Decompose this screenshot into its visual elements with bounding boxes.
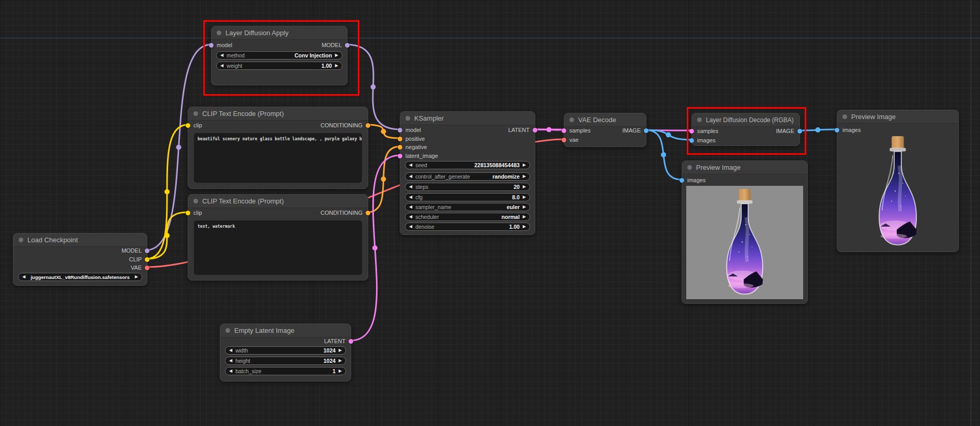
increment-icon[interactable]: ▶ [339,348,342,352]
port-dot[interactable] [366,211,370,215]
node-title-bar[interactable]: VAE Decode [564,113,646,127]
port-dot[interactable] [398,145,402,150]
decrement-icon[interactable]: ◀ [409,225,412,229]
decrement-icon[interactable]: ◀ [409,205,412,209]
widget-label: steps [415,184,428,190]
widget-ckpt-name[interactable]: ◀ juggernautXL_v8Rundiffusion.safetensor… [18,273,142,281]
node-collapse-dot[interactable] [19,238,23,242]
input-port-vae[interactable]: vae [562,136,579,144]
node-collapse-dot[interactable] [687,165,692,170]
port-dot[interactable] [562,128,566,133]
decrement-icon[interactable]: ◀ [409,185,412,189]
input-port-latent-image[interactable]: latent_image [398,152,438,160]
widget-control-after-generate[interactable]: ◀ control_after_generate randomize ▶ [405,172,530,181]
port-dot[interactable] [186,123,190,128]
decrement-icon[interactable]: ◀ [22,275,25,279]
decrement-icon[interactable]: ◀ [229,348,232,352]
preview-image-area [686,186,803,299]
port-dot[interactable] [644,128,649,133]
input-port-images[interactable]: images [835,126,861,134]
node-title-bar[interactable]: CLIP Text Encode (Prompt) [188,107,368,121]
node-title-bar[interactable]: CLIP Text Encode (Prompt) [188,195,368,208]
node-collapse-dot[interactable] [225,328,230,333]
increment-icon[interactable]: ▶ [339,359,342,363]
node-title-bar[interactable]: Preview Image [837,110,958,124]
increment-icon[interactable]: ▶ [523,195,526,199]
node-preview-image-rgb[interactable]: Preview Image images [682,160,808,304]
input-port-samples[interactable]: samples [562,126,591,135]
increment-icon[interactable]: ▶ [339,369,342,373]
increment-icon[interactable]: ▶ [523,205,526,209]
output-port-clip[interactable]: CLIP [129,255,149,263]
output-port-conditioning[interactable]: CONDITIONING [321,121,370,129]
input-port-clip[interactable]: clip [186,121,202,129]
node-vae-decode[interactable]: VAE Decode samples vae IMAGE [564,113,646,147]
port-dot[interactable] [145,248,149,253]
increment-icon[interactable]: ▶ [523,174,526,179]
decrement-icon[interactable]: ◀ [409,195,412,199]
widget-batch-size[interactable]: ◀ batch_size 1 ▶ [225,367,346,375]
node-title-bar[interactable]: Preview Image [682,161,807,174]
increment-icon[interactable]: ▶ [135,275,138,279]
input-port-model[interactable]: model [398,126,421,134]
node-title-bar[interactable]: KSampler [400,112,535,125]
node-clip-text-encode-positive[interactable]: CLIP Text Encode (Prompt) clip CONDITION… [188,107,368,189]
node-load-checkpoint[interactable]: Load Checkpoint MODEL CLIP VAE ◀ juggern… [13,233,147,286]
node-empty-latent-image[interactable]: Empty Latent Image LATENT ◀ width 1024 ▶… [220,324,351,381]
node-collapse-dot[interactable] [569,117,574,122]
port-dot[interactable] [145,266,149,270]
node-collapse-dot[interactable] [405,116,410,121]
port-dot[interactable] [398,128,402,133]
output-port-image[interactable]: IMAGE [623,126,649,135]
node-collapse-dot[interactable] [842,114,847,119]
node-ksampler[interactable]: KSampler model positive negative latent_… [400,111,535,235]
port-dot[interactable] [349,339,353,344]
widget-steps[interactable]: ◀ steps 20 ▶ [405,183,530,191]
input-port-clip[interactable]: clip [186,209,202,217]
input-port-negative[interactable]: negative [398,143,427,151]
port-dot[interactable] [835,128,839,133]
node-title-bar[interactable]: Load Checkpoint [13,233,147,247]
port-dot[interactable] [366,123,370,128]
decrement-icon[interactable]: ◀ [409,174,412,179]
port-dot[interactable] [533,128,537,133]
widget-cfg[interactable]: ◀ cfg 8.0 ▶ [405,193,530,201]
widget-width[interactable]: ◀ width 1024 ▶ [225,346,346,355]
output-port-latent[interactable]: LATENT [324,337,353,345]
increment-icon[interactable]: ▶ [523,225,526,229]
prompt-textarea[interactable]: text, watermark [194,221,362,275]
increment-icon[interactable]: ▶ [523,185,526,189]
decrement-icon[interactable]: ◀ [409,163,412,167]
port-dot[interactable] [680,178,684,183]
widget-value: 1.00 [509,224,519,230]
increment-icon[interactable]: ▶ [523,163,526,167]
input-port-positive[interactable]: positive [398,135,425,143]
decrement-icon[interactable]: ◀ [229,369,232,373]
widget-denoise[interactable]: ◀ denoise 1.00 ▶ [405,223,530,231]
port-dot[interactable] [145,257,149,262]
node-clip-text-encode-negative[interactable]: CLIP Text Encode (Prompt) clip CONDITION… [188,194,368,281]
widget-scheduler[interactable]: ◀ scheduler normal ▶ [405,213,530,221]
prompt-textarea[interactable]: beautiful scenery nature glass bottle la… [194,133,362,183]
node-graph-canvas[interactable]: Layer Diffusion Apply model MODEL ◀ meth… [0,0,980,426]
widget-height[interactable]: ◀ height 1024 ▶ [225,357,346,365]
increment-icon[interactable]: ▶ [523,215,526,219]
input-port-images[interactable]: images [680,176,705,184]
node-title-bar[interactable]: Empty Latent Image [220,324,351,337]
port-dot[interactable] [398,137,402,141]
port-dot[interactable] [562,138,566,142]
node-preview-image-rgba[interactable]: Preview Image images [837,110,959,252]
port-dot[interactable] [398,154,402,158]
output-port-conditioning[interactable]: CONDITIONING [321,209,370,217]
decrement-icon[interactable]: ◀ [409,215,412,219]
widget-seed[interactable]: ◀ seed 228135088454483 ▶ [405,161,530,169]
decrement-icon[interactable]: ◀ [229,359,232,363]
widget-sampler-name[interactable]: ◀ sampler_name euler ▶ [405,203,530,211]
widget-value: 1024 [323,358,335,364]
output-port-vae[interactable]: VAE [131,263,149,272]
node-collapse-dot[interactable] [193,199,198,203]
node-collapse-dot[interactable] [193,111,198,116]
port-dot[interactable] [186,211,190,215]
output-port-latent[interactable]: LATENT [508,126,537,134]
output-port-model[interactable]: MODEL [122,246,149,255]
